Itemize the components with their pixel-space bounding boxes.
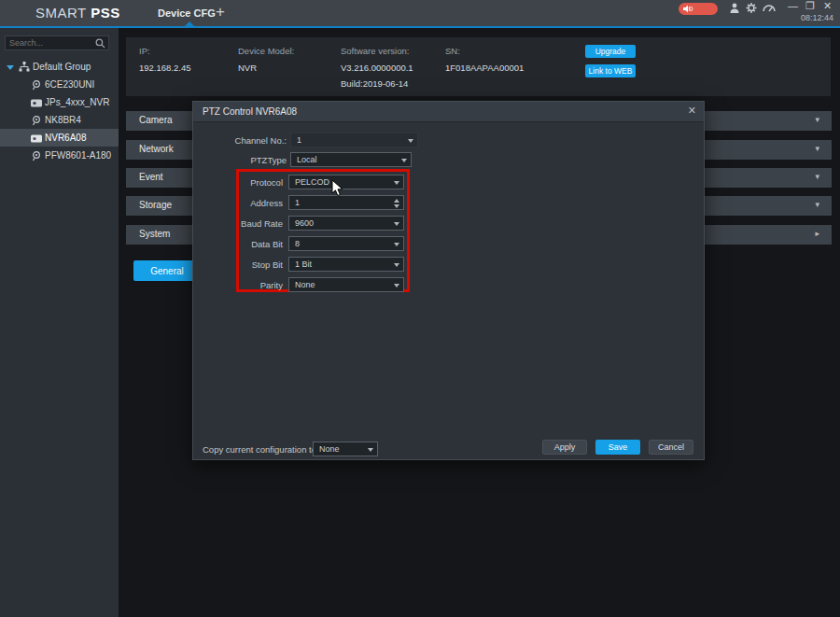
tree-device-label: JPs_4xxx_NVR xyxy=(45,97,109,107)
ptztype-label: PTZType xyxy=(197,155,287,165)
gear-icon[interactable] xyxy=(746,3,757,13)
copy-config-label: Copy current configuration to xyxy=(203,444,316,455)
tree-group-label: Default Group xyxy=(33,62,91,72)
accent-divider xyxy=(0,26,840,28)
ptztype-select[interactable]: Local xyxy=(290,152,412,167)
baudrate-value: 9600 xyxy=(295,218,314,228)
add-tab-button[interactable]: + xyxy=(216,0,225,26)
nvr-icon xyxy=(31,99,42,107)
apply-button[interactable]: Apply xyxy=(542,440,587,455)
chevron-down-icon[interactable] xyxy=(7,65,14,70)
tree-device-label: 6CE230UNI xyxy=(45,79,94,90)
save-button[interactable]: Save xyxy=(595,440,640,455)
baudrate-select[interactable]: 9600 xyxy=(288,216,404,231)
stopbit-select[interactable]: 1 Bit xyxy=(288,257,404,272)
ip-value: 192.168.2.45 xyxy=(139,63,190,73)
section-label: Network xyxy=(139,144,174,154)
stopbit-value: 1 Bit xyxy=(295,259,312,269)
spinner-down-icon[interactable] xyxy=(394,204,399,208)
channel-select[interactable]: 1 xyxy=(290,133,418,147)
search-input[interactable] xyxy=(9,37,91,49)
section-label: Camera xyxy=(139,115,173,125)
address-spinner[interactable]: 1 xyxy=(288,195,404,210)
chevron-down-icon xyxy=(408,139,413,143)
section-label: Storage xyxy=(139,200,172,210)
tree-device-label: PFW8601-A180 xyxy=(45,150,111,161)
tree-device-nvr6a08-selected[interactable]: NVR6A08 xyxy=(0,129,119,147)
ptztype-value: Local xyxy=(297,155,317,164)
databit-label: Data Bit xyxy=(193,239,283,249)
channel-value: 1 xyxy=(297,135,301,145)
group-icon xyxy=(19,62,30,72)
address-label: Address xyxy=(193,198,283,208)
minimize-button[interactable]: — xyxy=(788,0,798,13)
nvr-icon xyxy=(31,134,42,143)
camera-icon xyxy=(32,80,41,91)
protocol-label: Protocol xyxy=(193,177,283,188)
maximize-button[interactable]: ❐ xyxy=(805,0,815,13)
camera-icon xyxy=(32,116,41,126)
databit-select[interactable]: 8 xyxy=(288,236,404,251)
baudrate-label: Baud Rate xyxy=(193,218,283,229)
chevron-right-icon[interactable]: ▸ xyxy=(815,229,819,238)
clock: 08:12:44 xyxy=(801,13,833,22)
parity-select[interactable]: None xyxy=(288,277,404,292)
tree-device-pfw8601[interactable]: PFW8601-A180 xyxy=(0,147,119,164)
close-window-button[interactable]: ✕ xyxy=(823,0,832,13)
parity-value: None xyxy=(295,280,315,289)
tree-device-jps4xxx[interactable]: JPs_4xxx_NVR xyxy=(0,93,119,111)
chevron-down-icon[interactable]: ▾ xyxy=(815,172,819,181)
sn-value: 1F018AAPAA00001 xyxy=(445,63,524,73)
dialog-close-icon[interactable]: ✕ xyxy=(688,105,696,117)
device-info-panel: IP: 192.168.2.45 Device Model: NVR Softw… xyxy=(126,37,831,96)
section-label: System xyxy=(139,229,170,239)
title-bar: SMART PSS Device CFG + 0 xyxy=(0,0,840,26)
cancel-button[interactable]: Cancel xyxy=(649,440,693,455)
tree-device-6ce230uni[interactable]: 6CE230UNI xyxy=(0,76,119,93)
spinner-up-icon[interactable] xyxy=(394,199,399,203)
sn-label: SN: xyxy=(445,46,460,56)
section-label: Event xyxy=(139,172,163,182)
dialog-title-bar[interactable]: PTZ Control NVR6A08 ✕ xyxy=(193,102,704,122)
channel-label: Channel No.: xyxy=(197,135,287,146)
software-label: Software version: xyxy=(341,46,409,56)
user-icon[interactable] xyxy=(729,3,740,13)
chevron-down-icon xyxy=(401,159,407,162)
tree-device-label: NVR6A08 xyxy=(45,133,86,143)
chevron-down-icon[interactable]: ▾ xyxy=(815,200,819,209)
search-icon xyxy=(95,38,105,49)
parity-label: Parity xyxy=(193,280,283,290)
speaker-icon xyxy=(683,5,692,13)
link-to-web-button[interactable]: Link to WEB xyxy=(585,64,636,77)
upgrade-button[interactable]: Upgrade xyxy=(585,45,636,58)
model-label: Device Model: xyxy=(238,46,294,56)
tree-group-default[interactable]: Default Group xyxy=(0,58,119,76)
chevron-down-icon xyxy=(394,284,399,287)
mouse-cursor-icon xyxy=(331,179,343,197)
software-build: Build:2019-06-14 xyxy=(341,78,408,89)
ptz-control-dialog: PTZ Control NVR6A08 ✕ Channel No.: 1 PTZ… xyxy=(192,101,705,460)
model-value: NVR xyxy=(238,63,257,73)
chevron-down-icon xyxy=(368,448,373,452)
chevron-down-icon xyxy=(394,222,399,226)
chevron-down-icon[interactable]: ▾ xyxy=(815,115,819,124)
chevron-down-icon xyxy=(394,243,399,246)
search-box[interactable] xyxy=(5,35,109,50)
net-detect-gauge-icon[interactable] xyxy=(763,3,776,13)
protocol-value: PELCOD xyxy=(295,177,329,187)
tree-device-nk8br4[interactable]: NK8BR4 xyxy=(0,111,119,129)
chevron-down-icon[interactable]: ▾ xyxy=(815,144,819,153)
alarm-badge[interactable]: 0 xyxy=(679,3,718,15)
dialog-title: PTZ Control NVR6A08 xyxy=(203,106,297,117)
software-value: V3.216.0000000.1 xyxy=(341,63,413,73)
ip-label: IP: xyxy=(139,46,150,56)
databit-value: 8 xyxy=(295,239,300,248)
protocol-select[interactable]: PELCOD xyxy=(288,175,404,189)
device-tree-sidebar: Default Group 6CE230UNI JPs_4xxx_NVR xyxy=(0,28,119,617)
general-subtab-button[interactable]: General xyxy=(133,260,201,281)
address-value: 1 xyxy=(295,198,300,207)
stopbit-label: Stop Bit xyxy=(193,259,283,270)
copy-config-select[interactable]: None xyxy=(313,442,378,456)
tree-device-label: NK8BR4 xyxy=(45,115,81,125)
app-logo: SMART PSS xyxy=(35,5,120,21)
